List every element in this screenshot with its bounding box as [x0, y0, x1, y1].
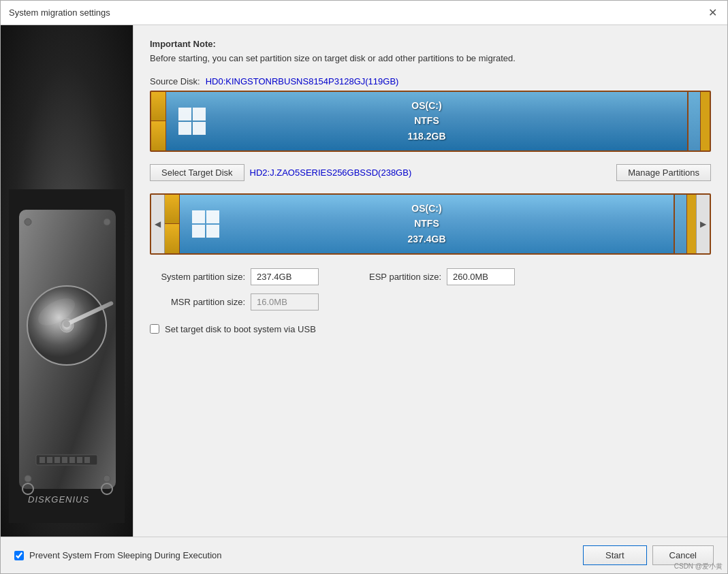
settings-row-2: MSR partition size:: [150, 293, 711, 310]
target-main-partition: OS(C:) NTFS 237.4GB: [180, 195, 674, 253]
target-row: Select Target Disk HD2:J.ZAO5SERIES256GB…: [150, 164, 711, 181]
partition-settings: System partition size: ESP partition siz…: [150, 268, 711, 334]
msr-partition-input[interactable]: [251, 293, 319, 310]
svg-point-9: [25, 475, 31, 482]
system-partition-input[interactable]: [251, 268, 319, 285]
usb-checkbox-label: Set target disk to boot system via USB: [165, 324, 316, 334]
prevent-sleep-label: Prevent System From Sleeping During Exec…: [29, 550, 222, 560]
target-part-1: [165, 195, 179, 225]
target-part-2: [165, 224, 179, 253]
target-partition-size: 237.4GB: [407, 232, 445, 246]
manage-partitions-button[interactable]: Manage Partitions: [616, 164, 711, 181]
hdd-image: DISKGENIUS: [1, 25, 133, 537]
target-partition-label: OS(C:): [407, 201, 445, 216]
usb-checkbox[interactable]: [150, 324, 159, 334]
nav-arrow-right[interactable]: ▶: [696, 195, 710, 253]
prevent-sleep-checkbox[interactable]: [14, 551, 24, 560]
source-end-cap: [700, 92, 710, 150]
note-text: Before starting, you can set partition s…: [150, 52, 711, 65]
windows-logo-source: [177, 106, 207, 136]
target-disk-bar: ◀: [150, 193, 711, 255]
source-partition-size: 118.2GB: [407, 129, 445, 144]
source-main-partition: OS(C:) NTFS 118.2GB: [166, 92, 688, 150]
svg-rect-13: [47, 457, 52, 463]
source-partition-info: OS(C:) NTFS 118.2GB: [407, 98, 445, 144]
svg-rect-24: [178, 122, 191, 135]
target-partition-info: OS(C:) NTFS 237.4GB: [407, 201, 445, 246]
prevent-sleep-row: Prevent System From Sleeping During Exec…: [14, 550, 222, 560]
start-button[interactable]: Start: [583, 545, 646, 565]
svg-rect-12: [39, 457, 45, 463]
target-disk-name: HD2:J.ZAO5SERIES256GBSSD(238GB): [250, 168, 612, 178]
target-end-cap: [686, 195, 696, 253]
target-right-part: [674, 195, 686, 253]
main-window: System migration settings ✕: [0, 0, 728, 574]
svg-point-6: [63, 321, 70, 328]
source-part-1: [151, 92, 165, 122]
source-part-2: [151, 121, 165, 150]
note-title: Important Note:: [150, 39, 711, 49]
hdd-svg: DISKGENIUS: [9, 189, 125, 523]
svg-rect-16: [69, 457, 75, 463]
target-partition-fs: NTFS: [407, 216, 445, 231]
svg-rect-25: [193, 122, 206, 135]
msr-partition-item: MSR partition size:: [150, 293, 319, 310]
svg-rect-15: [62, 457, 67, 463]
target-small-partitions: [165, 195, 180, 253]
main-panel: Important Note: Before starting, you can…: [133, 25, 727, 537]
bottom-bar: Prevent System From Sleeping During Exec…: [1, 537, 727, 573]
watermark: CSDN @爱小黄: [674, 562, 723, 571]
system-partition-label: System partition size:: [150, 272, 245, 282]
esp-partition-input[interactable]: [447, 268, 515, 285]
source-small-partitions: [151, 92, 166, 150]
svg-rect-18: [84, 457, 90, 463]
svg-rect-28: [192, 225, 205, 238]
svg-point-7: [25, 219, 31, 225]
source-partition-fs: NTFS: [407, 113, 445, 128]
source-partition-label: OS(C:): [407, 98, 445, 113]
title-bar: System migration settings ✕: [1, 1, 727, 25]
svg-text:DISKGENIUS: DISKGENIUS: [28, 494, 89, 505]
note-section: Important Note: Before starting, you can…: [150, 39, 711, 65]
source-disk-label-row: Source Disk: HD0:KINGSTONRBUSNS8154P3128…: [150, 76, 711, 86]
content-area: DISKGENIUS: [1, 25, 727, 537]
svg-rect-23: [193, 108, 206, 121]
svg-point-10: [104, 475, 110, 482]
esp-partition-item: ESP partition size:: [346, 268, 515, 285]
sidebar: DISKGENIUS: [1, 25, 133, 537]
source-right-part: [688, 92, 700, 150]
msr-partition-label: MSR partition size:: [150, 297, 245, 307]
source-disk-bar: OS(C:) NTFS 118.2GB: [150, 91, 711, 152]
windows-logo-target: [191, 209, 221, 239]
window-title: System migration settings: [9, 7, 110, 18]
source-disk-name: HD0:KINGSTONRBUSNS8154P3128GJ(119GB): [206, 76, 399, 86]
svg-rect-26: [192, 210, 205, 223]
system-partition-item: System partition size:: [150, 268, 319, 285]
svg-rect-22: [178, 108, 191, 121]
svg-rect-27: [206, 210, 219, 223]
svg-rect-14: [54, 457, 60, 463]
settings-row-1: System partition size: ESP partition siz…: [150, 268, 711, 285]
svg-point-8: [104, 219, 110, 225]
source-disk-section: Source Disk: HD0:KINGSTONRBUSNS8154P3128…: [150, 76, 711, 152]
svg-rect-29: [206, 225, 219, 238]
source-disk-label: Source Disk:: [150, 76, 200, 86]
esp-partition-label: ESP partition size:: [346, 272, 441, 282]
select-target-disk-button[interactable]: Select Target Disk: [150, 164, 244, 181]
nav-arrow-left[interactable]: ◀: [151, 195, 165, 253]
close-button[interactable]: ✕: [706, 6, 719, 20]
svg-rect-17: [77, 457, 82, 463]
usb-checkbox-row: Set target disk to boot system via USB: [150, 324, 711, 334]
